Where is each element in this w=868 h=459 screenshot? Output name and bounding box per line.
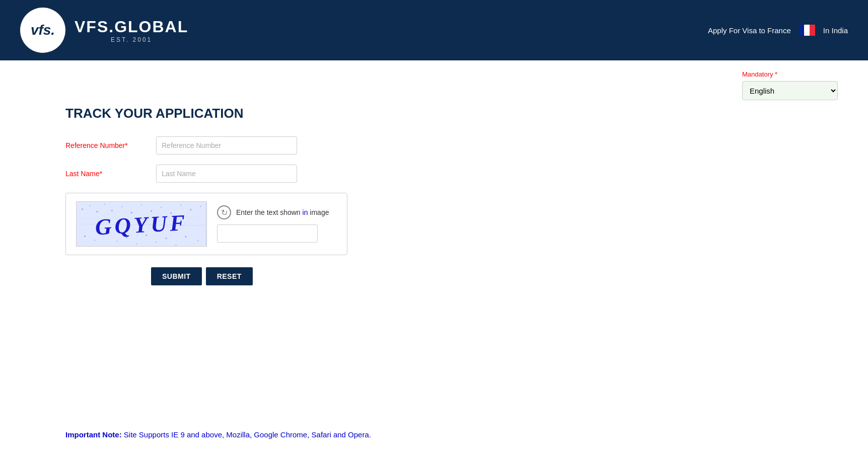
captcha-instruction: Enter the text shown in image bbox=[236, 208, 329, 216]
svg-point-26 bbox=[197, 240, 198, 241]
in-india-text: In India bbox=[823, 26, 848, 35]
site-header: vfs. VFS.GLOBAL EST. 2001 Apply For Visa… bbox=[0, 0, 868, 60]
captcha-instruction-row: ↻ Enter the text shown in image bbox=[217, 205, 329, 219]
required-marker: * bbox=[773, 70, 777, 78]
footer-note-text: Site Supports IE 9 and above, Mozilla, G… bbox=[124, 430, 371, 439]
language-selector-area: Mandatory * English French Hindi bbox=[742, 70, 838, 100]
svg-point-15 bbox=[84, 236, 86, 237]
svg-point-22 bbox=[156, 242, 157, 243]
svg-point-13 bbox=[190, 209, 191, 210]
svg-point-2 bbox=[89, 205, 90, 206]
svg-point-23 bbox=[165, 238, 167, 239]
logo-area: vfs. VFS.GLOBAL EST. 2001 bbox=[20, 8, 188, 53]
logo-name: VFS.GLOBAL EST. 2001 bbox=[75, 18, 188, 43]
reference-number-group: Reference Number* bbox=[65, 136, 848, 155]
svg-point-24 bbox=[175, 245, 176, 246]
france-flag-icon bbox=[799, 25, 815, 36]
logo-circle: vfs. bbox=[20, 8, 65, 53]
svg-point-14 bbox=[200, 206, 201, 207]
svg-point-16 bbox=[94, 240, 95, 241]
footer-note-bold: Important Note: bbox=[65, 430, 122, 439]
svg-point-12 bbox=[180, 205, 181, 206]
svg-point-6 bbox=[121, 206, 122, 207]
svg-point-8 bbox=[141, 204, 142, 205]
svg-point-10 bbox=[161, 207, 162, 208]
last-name-group: Last Name* bbox=[65, 165, 848, 183]
captcha-right: ↻ Enter the text shown in image bbox=[217, 205, 329, 243]
header-right: Apply For Visa to France In India bbox=[708, 25, 848, 36]
svg-point-25 bbox=[185, 236, 187, 238]
language-select[interactable]: English French Hindi bbox=[742, 81, 838, 100]
reference-number-input[interactable] bbox=[156, 136, 297, 155]
button-row: SUBMIT RESET bbox=[151, 267, 848, 285]
submit-button[interactable]: SUBMIT bbox=[151, 267, 202, 285]
captcha-image: GQYUF bbox=[76, 201, 207, 247]
mandatory-label: Mandatory * bbox=[742, 70, 838, 78]
svg-point-5 bbox=[111, 210, 113, 211]
brand-est: EST. 2001 bbox=[75, 36, 188, 43]
main-content: Mandatory * English French Hindi TRACK Y… bbox=[0, 60, 868, 459]
svg-point-3 bbox=[97, 211, 98, 212]
captcha-container: GQYUF ↻ Enter the text shown in image bbox=[65, 193, 347, 255]
last-name-label: Last Name* bbox=[65, 170, 146, 178]
logo-vfs-text: vfs. bbox=[31, 23, 55, 37]
svg-point-18 bbox=[116, 241, 117, 242]
refresh-captcha-button[interactable]: ↻ bbox=[217, 205, 231, 219]
brand-name: VFS.GLOBAL bbox=[75, 18, 188, 36]
reference-number-label: Reference Number* bbox=[65, 141, 146, 149]
page-title: TRACK YOUR APPLICATION bbox=[65, 106, 848, 121]
apply-text: Apply For Visa to France bbox=[708, 26, 791, 35]
captcha-input[interactable] bbox=[217, 224, 318, 243]
footer-note: Important Note: Site Supports IE 9 and a… bbox=[65, 430, 848, 439]
reset-button[interactable]: RESET bbox=[206, 267, 253, 285]
svg-point-4 bbox=[104, 204, 105, 205]
svg-point-20 bbox=[136, 243, 137, 244]
last-name-input[interactable] bbox=[156, 165, 297, 183]
svg-point-1 bbox=[82, 208, 83, 210]
